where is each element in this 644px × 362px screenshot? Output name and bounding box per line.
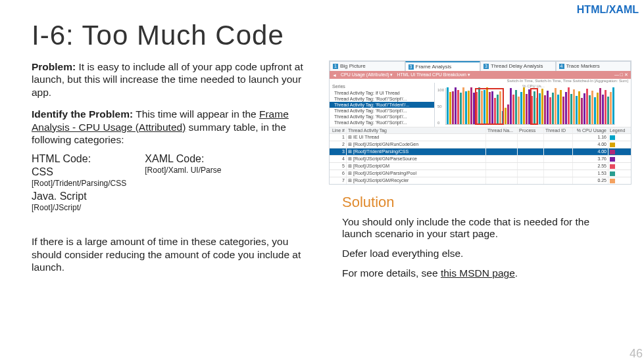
graph-bar: [610, 92, 612, 124]
graph-bar: [568, 87, 570, 124]
col-cpu: % CPU Usage: [573, 127, 608, 133]
graph-bar: [512, 95, 514, 124]
graph-bar: [505, 108, 507, 124]
graph-bar: [520, 92, 522, 124]
slide: HTML/XAML I-6: Too Much Code Problem: It…: [0, 0, 644, 362]
graph-panel: % CPU Us... 100 50 0: [435, 83, 631, 127]
col-line: Line #: [330, 127, 347, 133]
graph-bar: [591, 91, 593, 124]
graph-bars: [445, 88, 615, 125]
series-row[interactable]: Thread Activity Tag: 'Root'/'Script'/...: [330, 108, 434, 114]
solution-p3a: For more details, see: [342, 267, 441, 279]
graph-bar: [523, 87, 525, 124]
series-row[interactable]: Thread Activity Tag: 'Root'/'Script'/...: [330, 120, 434, 125]
identify-block: Identify the Problem: This time will app…: [32, 108, 321, 146]
graph-highlight-1: [475, 88, 504, 125]
table-row[interactable]: 3⊞ [Root]/Trident/Parsing/CSS4.00: [330, 148, 631, 155]
graph-bar: [462, 87, 464, 124]
axis-tick-50: 50: [437, 104, 444, 108]
graph-bar: [457, 90, 459, 124]
series-title: Series: [330, 84, 434, 90]
table-row[interactable]: 4⊞ [Root]/JScript/GN/ParseSource3.76: [330, 155, 631, 162]
grid-header: Line # Thread Activity Tag Thread Na... …: [330, 127, 631, 133]
html-code-label: HTML Code:: [32, 152, 126, 166]
solution-p1: You should only include the code that is…: [342, 216, 605, 240]
series-row[interactable]: Thread Activity Tag: If UI Thread: [330, 90, 434, 96]
problem-label: Problem:: [32, 61, 76, 72]
css-label: CSS: [32, 166, 126, 179]
css-path: [Root]/Trident/Parsing/CSS: [32, 179, 126, 189]
code-columns: HTML Code: CSS [Root]/Trident/Parsing/CS…: [32, 152, 321, 213]
graph-bar: [578, 91, 580, 124]
graph-bar: [589, 95, 591, 124]
graph-bar: [583, 93, 585, 124]
graph-bar: [602, 95, 604, 124]
table-row[interactable]: 2⊞ [Root]/JScript/GN/RunCodeGen4.00: [330, 141, 631, 148]
solution-block: Solution You should only include the cod…: [329, 194, 632, 279]
graph-bar: [573, 89, 575, 124]
graph-bar: [515, 90, 517, 124]
xaml-code-col: XAML Code: [Root]/Xaml. UI/Parse: [145, 152, 221, 213]
graph-bar: [586, 89, 588, 124]
graph-bar: [599, 88, 601, 124]
graph-bar: [541, 89, 543, 124]
table-row[interactable]: 5⊞ [Root]/JScript/GM2.55: [330, 162, 631, 170]
html-code-col: HTML Code: CSS [Root]/Trident/Parsing/CS…: [32, 152, 126, 213]
graph-bar: [612, 87, 614, 124]
table-row[interactable]: 1⊞ IE UI Thread1.16: [330, 133, 631, 141]
graph-bar: [560, 90, 562, 124]
left-column: Problem: It is easy to include all of yo…: [32, 60, 321, 287]
table-row[interactable]: 6⊞ [Root]/JScript/GN/Parsing/Pool1.53: [330, 170, 631, 177]
graph-bar: [555, 88, 557, 124]
graph-bar: [507, 104, 509, 124]
graph-bar: [581, 98, 583, 124]
msdn-link[interactable]: this MSDN page: [441, 267, 515, 279]
solution-p3: For more details, see this MSDN page.: [342, 267, 605, 279]
graph-bar: [570, 94, 572, 124]
graph-bar: [460, 93, 462, 124]
graph-bar: [607, 97, 609, 124]
profiler-tab[interactable]: 3Frame Analysis: [405, 61, 481, 71]
identify-text-1: This time will appear in the: [133, 108, 259, 120]
page-number: 46: [630, 347, 643, 361]
col-pr: Process: [518, 127, 544, 133]
graph-bar: [452, 91, 454, 124]
table-row[interactable]: 7⊞ [Root]/JScript/GM/Recycler0.25: [330, 177, 631, 184]
series-panel: Series Thread Activity Tag: If UI Thread…: [330, 83, 435, 127]
problem-block: Problem: It is easy to include all of yo…: [32, 60, 321, 99]
profiler-tab[interactable]: 3Thread Delay Analysis: [480, 61, 556, 71]
col-tn: Thread Na...: [486, 127, 518, 133]
graph-bar: [544, 95, 546, 124]
profiler-tab[interactable]: 4Trace Markers: [556, 61, 632, 71]
profiler-window: 1Big Picture3Frame Analysis3Thread Delay…: [329, 60, 632, 185]
profiler-tab[interactable]: 1Big Picture: [330, 61, 405, 71]
graph-bar: [449, 92, 451, 124]
graph-bar: [465, 91, 467, 124]
solution-p3b: .: [515, 267, 518, 279]
graph-bar: [455, 87, 457, 124]
graph-bar: [562, 97, 564, 124]
graph-bar: [539, 93, 541, 124]
axis-tick-100: 100: [437, 88, 444, 92]
identify-label: Identify the Problem:: [32, 108, 133, 120]
graph-bar: [526, 94, 528, 124]
graph-bar: [468, 91, 470, 124]
js-path: [Root]/JScript/: [32, 203, 126, 213]
graph-bar: [470, 87, 472, 124]
graph-highlight-2: [530, 88, 538, 125]
xaml-code-label: XAML Code:: [145, 152, 221, 166]
toolbar-mode[interactable]: CPU Usage (Attributed): [341, 72, 393, 78]
right-column: 1Big Picture3Frame Analysis3Thread Delay…: [329, 60, 632, 287]
series-row[interactable]: Thread Activity Tag: 'Root'/'Trident'/..…: [330, 102, 434, 108]
series-row[interactable]: Thread Activity Tag: 'Root'/'Script'/...: [330, 114, 434, 120]
js-label: Java. Script: [32, 190, 126, 203]
slide-title: I-6: Too Much Code: [32, 20, 644, 51]
profiler-toolbar: ◄ CPU Usage (Attributed) HTML UI Thread …: [330, 71, 631, 79]
graph-bar: [576, 96, 578, 124]
axis-tick-0: 0: [437, 121, 444, 125]
graph-bar: [594, 97, 596, 124]
series-row[interactable]: Thread Activity Tag: 'Root'/'Script'/...: [330, 96, 434, 102]
graph-bar: [565, 92, 567, 124]
toolbar-view[interactable]: HTML UI Thread CPU Breakdown: [397, 72, 470, 78]
graph-bar: [597, 93, 599, 124]
